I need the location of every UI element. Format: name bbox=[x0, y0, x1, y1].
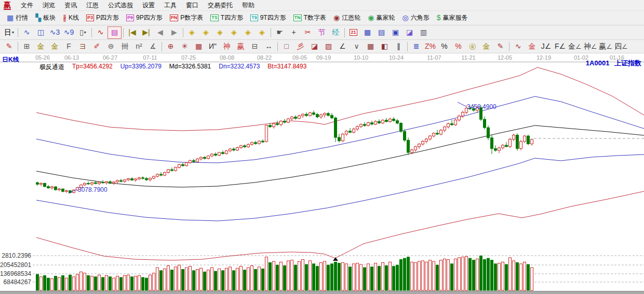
btn-9p-square[interactable]: P99P四方形 bbox=[123, 12, 166, 23]
btn-gann-wheel[interactable]: ◉江恩轮 bbox=[330, 12, 364, 23]
menu-window[interactable]: 窗口 bbox=[181, 0, 203, 11]
tool-wave-grid[interactable]: ∿ bbox=[511, 41, 525, 52]
channel-line-md bbox=[36, 125, 644, 187]
btn-chart-9[interactable]: ∿9 bbox=[62, 26, 76, 39]
btn-hand[interactable]: ☛ bbox=[273, 26, 287, 39]
btn-info-doc[interactable]: ◫ bbox=[34, 26, 48, 39]
btn-color-chart[interactable]: ▤ bbox=[108, 26, 122, 39]
menu-tools[interactable]: 工具 bbox=[159, 0, 181, 11]
btn-print[interactable]: ▥ bbox=[417, 26, 431, 39]
btn-p-square[interactable]: P3P四方形 bbox=[83, 12, 123, 23]
btn-jing[interactable]: 经 bbox=[329, 26, 343, 39]
btn-crosshair[interactable]: + bbox=[287, 26, 301, 39]
btn-first-page[interactable]: |◀ bbox=[125, 26, 139, 39]
btn-next[interactable]: ▶ bbox=[167, 26, 181, 39]
tool-brush-price[interactable]: ✐ bbox=[90, 41, 104, 52]
tool-gold-line-icon: 金 bbox=[483, 43, 490, 50]
btn-save-web[interactable]: ◪ bbox=[403, 26, 417, 39]
btn-last-page-icon: ▶| bbox=[142, 29, 150, 36]
tool-grid-n2[interactable]: n² bbox=[132, 41, 146, 52]
btn-kline[interactable]: ∦K线 bbox=[59, 12, 83, 23]
menu-browse[interactable]: 浏览 bbox=[38, 0, 60, 11]
tool-box[interactable]: □ bbox=[279, 41, 293, 52]
tool-box-fan[interactable]: ◪ bbox=[307, 41, 321, 52]
tool-grid[interactable]: ⊞ bbox=[20, 41, 34, 52]
btn-diamond-compress[interactable]: ◈ bbox=[213, 26, 227, 39]
tool-fan[interactable]: 彡 bbox=[293, 41, 307, 52]
btn-diamond-down[interactable]: ◈ bbox=[255, 26, 269, 39]
tool-width[interactable]: ↔ bbox=[262, 41, 276, 52]
tool-angle-a[interactable]: ∡ bbox=[146, 41, 160, 52]
btn-diamond-left[interactable]: ◈ bbox=[185, 26, 199, 39]
tool-k-mark[interactable]: И" bbox=[206, 41, 220, 52]
menu-gann[interactable]: 江恩 bbox=[82, 0, 103, 11]
menu-trade[interactable]: 交易委托 bbox=[203, 0, 237, 11]
tool-brush-small[interactable]: ✎ bbox=[493, 41, 507, 52]
btn-p-table[interactable]: PNP数字表 bbox=[166, 12, 207, 23]
menu-news[interactable]: 资讯 bbox=[60, 0, 82, 11]
tool-pct[interactable]: % bbox=[437, 41, 451, 52]
tool-circle-grid[interactable]: ⊜ bbox=[104, 41, 118, 52]
btn-period-day[interactable]: 日▾ bbox=[2, 26, 16, 39]
tool-angle-f[interactable]: F∠ bbox=[553, 41, 567, 52]
tool-angle-ying[interactable]: 赢∠ bbox=[598, 41, 613, 52]
btn-candle-style[interactable]: ▯▾ bbox=[76, 26, 90, 39]
tool-grid-circle[interactable]: ▦ bbox=[192, 41, 206, 52]
tool-scale[interactable]: ≣ bbox=[409, 41, 423, 52]
btn-diamond-right[interactable]: ◈ bbox=[199, 26, 213, 39]
tool-grid-h[interactable]: 卌 bbox=[118, 41, 132, 52]
btn-winner-service[interactable]: $赢家服务 bbox=[433, 12, 472, 23]
btn-jie[interactable]: 节 bbox=[315, 26, 329, 39]
tool-grid-ruler[interactable]: ⊟ bbox=[248, 41, 262, 52]
tool-box-lines[interactable]: ▨ bbox=[321, 41, 336, 52]
tool-gold-under[interactable]: 金 bbox=[525, 41, 539, 52]
tool-grid-gold[interactable]: 金 bbox=[34, 41, 48, 52]
tool-parallel[interactable]: ∥ bbox=[392, 41, 406, 52]
btn-cut[interactable]: ✂ bbox=[301, 26, 315, 39]
btn-wave-red[interactable]: ∿ bbox=[93, 26, 108, 39]
tool-angles[interactable]: ∠ bbox=[336, 41, 350, 52]
btn-calculator[interactable]: ▦ bbox=[360, 26, 374, 39]
tool-pct-z[interactable]: Z% bbox=[423, 41, 437, 52]
btn-hexagon[interactable]: ◎六角形 bbox=[398, 12, 433, 23]
tool-grid-f[interactable]: F bbox=[62, 41, 76, 52]
tool-grid-shen[interactable]: 神 bbox=[220, 41, 234, 52]
btn-9t-square[interactable]: T99T四方形 bbox=[247, 12, 290, 23]
horizontal-scrollbar[interactable] bbox=[0, 291, 644, 294]
tool-vlines[interactable]: ∨ bbox=[350, 41, 364, 52]
tool-gold-circle[interactable]: ㊎ bbox=[465, 41, 479, 52]
btn-calendar-21[interactable]: 21 bbox=[346, 26, 360, 39]
btn-winner-wheel[interactable]: ◉赢家轮 bbox=[364, 12, 398, 23]
btn-quotes[interactable]: ▦行情 bbox=[3, 12, 32, 23]
menu-settings[interactable]: 设置 bbox=[138, 0, 159, 11]
btn-prev[interactable]: ◀ bbox=[153, 26, 167, 39]
tool-target[interactable]: ⊕ bbox=[164, 41, 178, 52]
chart-svg[interactable] bbox=[0, 54, 644, 294]
tool-grid-gan[interactable]: ヨ bbox=[76, 41, 90, 52]
tool-grid-block[interactable]: ▦ bbox=[364, 41, 378, 52]
tool-grid-ying[interactable]: 赢 bbox=[234, 41, 248, 52]
tool-pct-line[interactable]: % bbox=[451, 41, 465, 52]
menu-help[interactable]: 帮助 bbox=[237, 0, 259, 11]
tool-angle-j[interactable]: J∠ bbox=[539, 41, 553, 52]
btn-t-square[interactable]: TST四方形 bbox=[207, 12, 247, 23]
btn-diamond-up[interactable]: ◈ bbox=[241, 26, 255, 39]
tool-star-circle[interactable]: ✳ bbox=[178, 41, 192, 52]
btn-diamond-expand[interactable]: ◈ bbox=[227, 26, 241, 39]
tool-grid-gold2[interactable]: 金 bbox=[48, 41, 62, 52]
btn-wave-blue[interactable]: ∿ bbox=[20, 26, 34, 39]
btn-sectors[interactable]: ▚板块 bbox=[32, 12, 59, 23]
tool-angle-gold[interactable]: 金∠ bbox=[567, 41, 583, 52]
btn-notes[interactable]: ▤ bbox=[374, 26, 388, 39]
menu-file[interactable]: 文件 bbox=[16, 0, 38, 11]
menu-formula-stock[interactable]: 公式选股 bbox=[103, 0, 138, 11]
btn-chart-3[interactable]: ∿3 bbox=[48, 26, 62, 39]
btn-save[interactable]: ▣ bbox=[388, 26, 403, 39]
tool-brush[interactable]: ✎ bbox=[2, 41, 16, 52]
tool-angle-shen[interactable]: 神∠ bbox=[583, 41, 598, 52]
tool-angle-si[interactable]: 四∠ bbox=[613, 41, 629, 52]
btn-t-table[interactable]: TNT数字表 bbox=[290, 12, 330, 23]
tool-gold-line[interactable]: 金 bbox=[479, 41, 493, 52]
btn-last-page[interactable]: ▶| bbox=[139, 26, 153, 39]
tool-grid-block2[interactable]: ◧ bbox=[378, 41, 392, 52]
